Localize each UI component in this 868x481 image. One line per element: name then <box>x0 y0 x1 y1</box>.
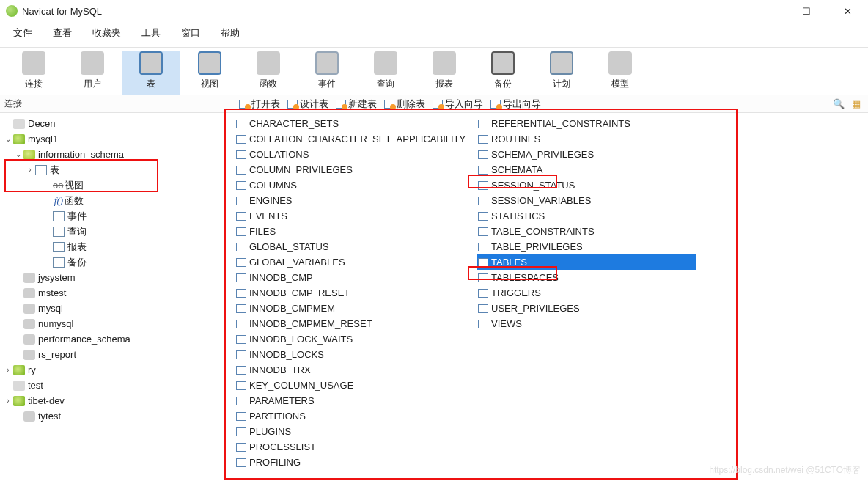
conn-mysql1-twist[interactable]: ⌄ <box>3 135 13 143</box>
node-reports[interactable]: 报表 <box>0 239 227 254</box>
table-item[interactable]: SESSION_STATUS <box>477 177 696 193</box>
table-item[interactable]: PARAMETERS <box>235 393 469 408</box>
tool-query[interactable]: 查询 <box>356 51 415 95</box>
table-item[interactable]: SCHEMA_PRIVILEGES <box>477 147 696 162</box>
node-events[interactable]: 事件 <box>0 208 227 224</box>
conn-decen[interactable]: Decen <box>0 116 227 131</box>
table-item[interactable]: PARTITIONS <box>235 408 469 424</box>
table-item-label: INNODB_LOCKS <box>249 349 324 360</box>
menu-2[interactable]: 收藏夹 <box>82 23 131 43</box>
menu-3[interactable]: 工具 <box>131 23 171 43</box>
table-item[interactable]: SCHEMATA <box>477 162 696 177</box>
table-icon <box>236 212 246 221</box>
table-item[interactable]: INNODB_CMP_RESET <box>235 285 469 301</box>
subtool-4[interactable]: 导入向导 <box>431 97 485 111</box>
table-item[interactable]: TRIGGERS <box>477 285 696 301</box>
table-item[interactable]: INNODB_CMPMEM <box>235 301 469 316</box>
conn-test[interactable]: test <box>0 378 227 393</box>
db-performance-schema-label: performance_schema <box>38 334 130 345</box>
tool-report[interactable]: 报表 <box>415 51 474 95</box>
db-jysystem[interactable]: jysystem <box>0 270 227 285</box>
tool-view[interactable]: 视图 <box>180 51 239 95</box>
table-item[interactable]: USER_PRIVILEGES <box>477 301 696 316</box>
subtool-2[interactable]: 新建表 <box>334 97 378 111</box>
table-item[interactable]: SESSION_VARIABLES <box>477 193 696 208</box>
node-functions[interactable]: f() 函数 <box>0 193 227 208</box>
table-item[interactable]: EVENTS <box>235 208 469 224</box>
subtool-3[interactable]: 删除表 <box>383 97 427 111</box>
menu-5[interactable]: 帮助 <box>210 23 250 43</box>
table-icon <box>478 289 488 298</box>
table-item-label: COLUMN_PRIVILEGES <box>249 164 353 175</box>
tool-connect[interactable]: 连接 <box>4 51 63 95</box>
menu-1[interactable]: 查看 <box>43 23 82 43</box>
table-item[interactable]: ROUTINES <box>477 131 696 147</box>
table-item[interactable]: REFERENTIAL_CONSTRAINTS <box>477 116 696 131</box>
table-item[interactable]: PROFILING <box>235 455 469 470</box>
conn-ry[interactable]: › ry <box>0 362 227 378</box>
table-item[interactable]: COLLATIONS <box>235 147 469 162</box>
node-tables[interactable]: › 表 <box>0 162 227 177</box>
menu-4[interactable]: 窗口 <box>171 23 210 43</box>
search-icon[interactable]: 🔍 <box>833 98 845 109</box>
db-tytest[interactable]: tytest <box>0 408 227 424</box>
node-tables-twist[interactable]: › <box>25 166 35 174</box>
tool-schedule[interactable]: 计划 <box>532 51 591 95</box>
table-item[interactable]: COLUMNS <box>235 177 469 193</box>
table-item[interactable]: GLOBAL_STATUS <box>235 239 469 254</box>
db-information-schema[interactable]: ⌄ information_schema <box>0 147 227 162</box>
db-information-schema-twist[interactable]: ⌄ <box>13 150 23 158</box>
table-item[interactable]: GLOBAL_VARIABLES <box>235 254 469 270</box>
db-mysql[interactable]: mysql <box>0 301 227 316</box>
conn-tibet-dev-twist[interactable]: › <box>3 397 13 405</box>
db-mstest[interactable]: mstest <box>0 285 227 301</box>
subtool-0[interactable]: 打开表 <box>238 97 282 111</box>
table-item[interactable]: COLLATION_CHARACTER_SET_APPLICABILITY <box>235 131 469 147</box>
node-backups[interactable]: 备份 <box>0 254 227 270</box>
tool-function[interactable]: 函数 <box>239 51 298 95</box>
node-queries[interactable]: 查询 <box>0 224 227 239</box>
tool-user[interactable]: 用户 <box>63 51 122 95</box>
conn-tibet-dev[interactable]: › tibet-dev <box>0 393 227 408</box>
conn-mysql1[interactable]: ⌄ mysql1 <box>0 131 227 147</box>
db-rs-report[interactable]: rs_report <box>0 347 227 362</box>
table-item[interactable]: INNODB_TRX <box>235 362 469 378</box>
node-views[interactable]: oo 视图 <box>0 177 227 193</box>
table-item[interactable]: PLUGINS <box>235 424 469 439</box>
table-item-label: COLLATION_CHARACTER_SET_APPLICABILITY <box>249 133 466 144</box>
table-item[interactable]: CHARACTER_SETS <box>235 116 469 131</box>
table-item[interactable]: PROCESSLIST <box>235 439 469 455</box>
table-item[interactable]: STATISTICS <box>477 208 696 224</box>
table-item[interactable]: ENGINES <box>235 193 469 208</box>
node-reports-label: 报表 <box>67 240 87 254</box>
db-numysql[interactable]: numysql <box>0 316 227 331</box>
table-item[interactable]: VIEWS <box>477 316 696 331</box>
table-item[interactable]: INNODB_CMP <box>235 270 469 285</box>
table-item[interactable]: TABLESPACES <box>477 270 696 285</box>
table-item[interactable]: TABLES <box>477 254 696 270</box>
subtool-5[interactable]: 导出向导 <box>489 97 542 111</box>
table-item[interactable]: INNODB_CMPMEM_RESET <box>235 316 469 331</box>
table-item[interactable]: INNODB_LOCK_WAITS <box>235 331 469 347</box>
tool-model[interactable]: 模型 <box>591 51 650 95</box>
grid-view-icon[interactable]: ▦ <box>852 98 861 109</box>
tool-event[interactable]: 事件 <box>298 51 356 95</box>
maximize-button[interactable]: ☐ <box>796 6 817 17</box>
tool-backup[interactable]: 备份 <box>474 51 532 95</box>
db-performance-schema[interactable]: performance_schema <box>0 331 227 347</box>
table-item[interactable]: KEY_COLUMN_USAGE <box>235 378 469 393</box>
table-item[interactable]: INNODB_LOCKS <box>235 347 469 362</box>
table-item[interactable]: FILES <box>235 224 469 239</box>
table-item[interactable]: TABLE_CONSTRAINTS <box>477 224 696 239</box>
subheader: 连接 打开表设计表新建表删除表导入向导导出向导 🔍 ▦ <box>0 95 868 113</box>
conn-ry-twist[interactable]: › <box>3 366 13 374</box>
minimize-button[interactable]: — <box>755 6 776 17</box>
subtool-1[interactable]: 设计表 <box>286 97 330 111</box>
tool-table[interactable]: 表 <box>122 51 180 95</box>
menu-0[interactable]: 文件 <box>3 23 43 43</box>
close-button[interactable]: ✕ <box>837 6 858 17</box>
table-item[interactable]: TABLE_PRIVILEGES <box>477 239 696 254</box>
table-item-label: SCHEMATA <box>491 164 542 175</box>
table-item[interactable]: COLUMN_PRIVILEGES <box>235 162 469 177</box>
table-icon <box>236 397 246 405</box>
